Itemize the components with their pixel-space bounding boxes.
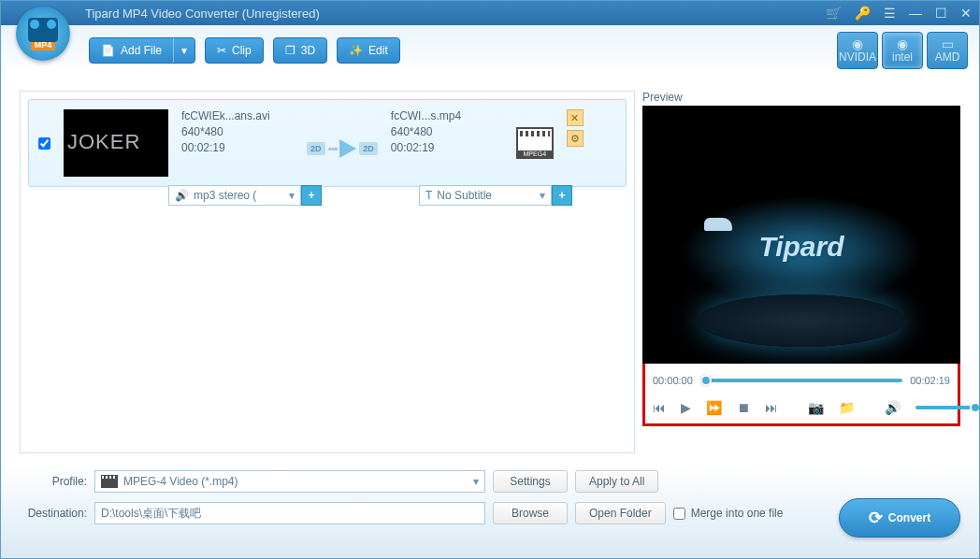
thumbnail: JOKER [64,109,168,177]
time-total: 00:02:19 [910,375,950,386]
close-icon[interactable]: ✕ [960,6,972,21]
settings-button[interactable]: Settings [493,470,568,493]
chevron-down-icon: ▾ [540,189,545,202]
toolbar: 📄 Add File ▾ ✂ Clip ❒ 3D ✨ Edit ◉NVIDIA … [1,25,979,76]
open-folder-button[interactable]: Open Folder [575,502,666,524]
gpu-intel[interactable]: ◉intel [882,32,923,69]
browse-button[interactable]: Browse [493,502,568,524]
volume-slider[interactable] [915,406,977,409]
clip-button[interactable]: ✂ Clip [205,37,264,64]
wand-icon: ✨ [349,44,363,57]
snapshot-icon[interactable]: 📷 [808,400,824,415]
volume-icon[interactable]: 🔊 [885,400,901,415]
add-file-icon: 📄 [101,44,115,57]
intel-icon: ◉ [897,37,908,50]
destination-label: Destination: [20,507,87,520]
destination-input[interactable] [94,502,485,524]
folder-icon[interactable]: 📁 [839,400,855,415]
format-icon: MPEG4 [516,109,554,177]
profile-label: Profile: [20,475,87,488]
clip-label: Clip [232,44,252,57]
dest-duration: 00:02:19 [391,141,503,154]
file-settings-button[interactable]: ⚙ [567,130,584,147]
gpu-amd[interactable]: ▭AMD [927,32,968,69]
audio-select[interactable]: 🔊 mp3 stereo ( ▾ [168,185,301,206]
menu-icon[interactable]: ☰ [884,6,896,21]
three-d-button[interactable]: ❒ 3D [273,37,327,64]
preview-logo-text: Tipard [758,231,843,263]
merge-checkbox[interactable] [673,508,685,520]
minimize-icon[interactable]: — [909,6,922,21]
badge-2d-dst: 2D [359,142,378,155]
gpu-intel-label: intel [892,50,913,64]
cart-icon[interactable]: 🛒 [826,6,842,21]
add-file-label: Add File [121,44,162,57]
app-logo: MP4 [16,7,76,66]
edit-label: Edit [368,44,388,57]
convert-icon: ⟳ [869,508,883,528]
remove-file-button[interactable]: ✕ [567,109,584,126]
play-icon[interactable]: ▶ [681,400,691,415]
apply-to-all-button[interactable]: Apply to All [575,470,658,493]
profile-format-icon [101,475,118,488]
chevron-down-icon: ▾ [289,189,295,202]
speaker-icon: 🔊 [175,189,189,202]
titlebar: Tipard MP4 Video Converter (Unregistered… [1,1,979,25]
three-d-label: 3D [301,44,315,57]
badge-2d-src: 2D [307,142,325,155]
source-filename: fcCWIEk...ans.avi [181,109,294,122]
chevron-down-icon: ▾ [473,475,479,488]
nvidia-icon: ◉ [852,37,863,50]
subtitle-select[interactable]: T No Subtitle ▾ [419,185,552,206]
file-list: JOKER fcCWIEk...ans.avi 640*480 00:02:19… [20,91,635,453]
gpu-amd-label: AMD [935,50,960,64]
source-resolution: 640*480 [181,125,294,138]
add-file-button[interactable]: 📄 Add File ▾ [89,37,195,64]
preview-controls-highlighted: 00:00:00 00:02:19 ⏮ ▶ ⏩ ⏹ ⏭ 📷 📁 🔊 [642,361,960,426]
merge-checkbox-label[interactable]: Merge into one file [673,507,784,520]
gpu-nvidia[interactable]: ◉NVIDIA [837,32,878,69]
next-icon[interactable]: ⏭ [765,400,778,415]
conversion-arrow: 2D ▪▪▪ 2D [307,109,378,177]
profile-select[interactable]: MPEG-4 Video (*.mp4) ▾ [94,470,485,493]
preview-video[interactable]: Tipard [642,106,960,364]
file-row[interactable]: JOKER fcCWIEk...ans.avi 640*480 00:02:19… [28,99,627,187]
maximize-icon[interactable]: ☐ [935,6,947,21]
dest-filename: fcCWI...s.mp4 [391,109,503,122]
time-current: 00:00:00 [653,375,693,386]
add-audio-button[interactable]: + [301,185,322,206]
profile-value: MPEG-4 Video (*.mp4) [123,475,238,488]
key-icon[interactable]: 🔑 [855,6,871,21]
dest-resolution: 640*480 [391,125,503,138]
edit-button[interactable]: ✨ Edit [337,37,400,64]
source-duration: 00:02:19 [181,141,294,154]
window-title: Tipard MP4 Video Converter (Unregistered… [85,7,320,21]
merge-text: Merge into one file [691,507,784,520]
preview-label: Preview [642,91,960,104]
gpu-nvidia-label: NVIDIA [839,50,876,64]
mpeg-label: MPEG4 [518,150,552,157]
scissors-icon: ✂ [217,44,226,57]
amd-icon: ▭ [942,37,954,50]
subtitle-select-value: No Subtitle [437,189,492,202]
subtitle-icon: T [425,189,432,202]
add-file-caret-icon[interactable]: ▾ [173,38,195,63]
stop-icon[interactable]: ⏹ [737,400,750,415]
prev-icon[interactable]: ⏮ [653,400,666,415]
file-checkbox[interactable] [38,137,50,150]
convert-label: Convert [888,511,930,524]
three-d-icon: ❒ [285,44,295,57]
add-subtitle-button[interactable]: + [552,185,572,206]
audio-select-value: mp3 stereo ( [194,189,256,202]
seek-slider[interactable] [700,379,902,382]
convert-button[interactable]: ⟳ Convert [839,498,960,538]
fast-forward-icon[interactable]: ⏩ [706,400,722,415]
